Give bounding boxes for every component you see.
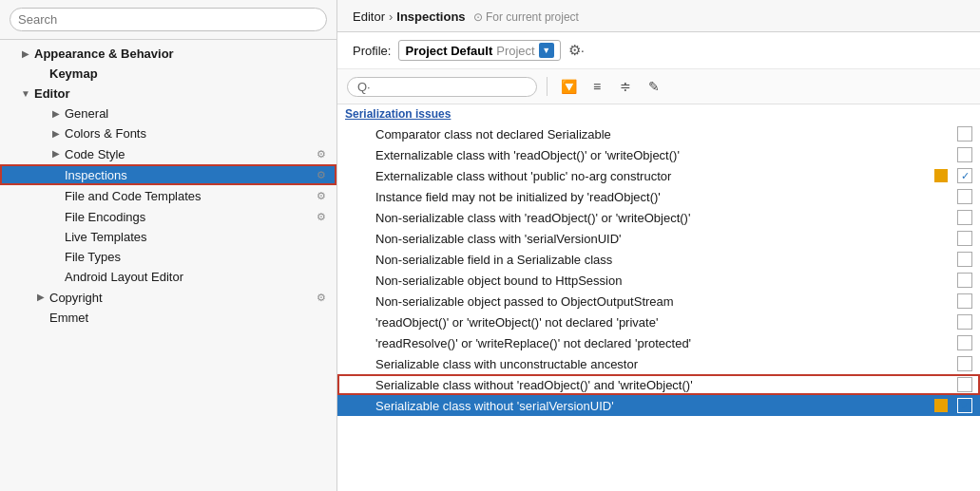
checkbox-serial-no-read-write[interactable] — [957, 377, 972, 392]
sidebar-item-copyright[interactable]: Copyright⚙ — [0, 287, 336, 308]
sidebar-item-inspections[interactable]: Inspections⚙ — [0, 164, 336, 185]
checkbox-non-serial-http[interactable] — [957, 273, 972, 288]
inspection-label-serial-no-version: Serializable class without 'serialVersio… — [375, 399, 934, 413]
toolbar-separator-1 — [547, 77, 548, 96]
inspection-label-serial-unconstructable: Serializable class with unconstructable … — [375, 357, 951, 371]
checkbox-read-write-private[interactable] — [957, 314, 972, 330]
inspection-row-read-write-private[interactable]: 'readObject()' or 'writeObject()' not de… — [337, 312, 980, 332]
arrow-editor — [19, 87, 32, 101]
sidebar-label-editor: Editor — [34, 86, 329, 101]
right-panel: Editor › Inspections ⊙ For current proje… — [337, 0, 980, 491]
inspection-label-non-serial-http: Non-serializable object bound to HttpSes… — [375, 274, 951, 288]
sidebar-item-general[interactable]: General — [0, 104, 336, 123]
sidebar-item-editor[interactable]: Editor — [0, 84, 336, 104]
sidebar-item-code-style[interactable]: Code Style⚙ — [0, 143, 336, 164]
sidebar-item-keymap[interactable]: Keymap — [0, 64, 336, 84]
inspection-row-non-serial-read-write[interactable]: Non-serializable class with 'readObject(… — [337, 207, 980, 228]
arrow-code-style — [49, 147, 63, 161]
sidebar-label-copyright: Copyright — [49, 291, 310, 305]
checkbox-serial-unconstructable[interactable] — [957, 356, 972, 371]
checkbox-instance-field[interactable] — [957, 189, 972, 204]
profile-dropdown-arrow[interactable] — [539, 43, 554, 58]
profile-label: Profile: — [353, 44, 391, 58]
inspection-row-instance-field[interactable]: Instance field may not be initialized by… — [337, 186, 980, 207]
expand-all-button[interactable]: ≡ — [586, 75, 608, 98]
inspection-search-bar[interactable]: Q· — [347, 77, 537, 97]
inspection-row-serial-no-read-write[interactable]: Serializable class without 'readObject()… — [337, 374, 980, 395]
sidebar-label-emmet: Emmet — [49, 311, 329, 325]
settings-icon-code-style: ⚙ — [314, 146, 329, 161]
breadcrumb-current: Inspections — [396, 9, 465, 24]
inspection-label-instance-field: Instance field may not be initialized by… — [375, 190, 951, 204]
sidebar-label-keymap: Keymap — [49, 66, 329, 81]
profile-dropdown[interactable]: Project Default Project — [398, 40, 560, 61]
inspection-list: Serialization issues Comparator class no… — [337, 104, 980, 491]
inspection-row-ext-no-constructor[interactable]: Externalizable class without 'public' no… — [337, 165, 980, 186]
sidebar-tree: Appearance & BehaviorKeymapEditorGeneral… — [0, 40, 336, 491]
sidebar-item-file-code-templates[interactable]: File and Code Templates⚙ — [0, 185, 336, 206]
search-toolbar: Q· 🔽 ≡ ≑ ✎ — [337, 69, 980, 104]
inspection-label-serial-no-read-write: Serializable class without 'readObject()… — [375, 378, 951, 392]
sidebar-label-inspections: Inspections — [65, 168, 310, 182]
sidebar-label-file-encodings: File Encodings — [65, 210, 310, 224]
main-container: Appearance & BehaviorKeymapEditorGeneral… — [0, 0, 980, 491]
inspection-row-serial-unconstructable[interactable]: Serializable class with unconstructable … — [337, 353, 980, 374]
inspection-row-read-resolve-protected[interactable]: 'readResolve()' or 'writeReplace()' not … — [337, 332, 980, 353]
color-indicator-serial-no-version — [934, 399, 948, 412]
checkbox-serial-no-version[interactable] — [957, 398, 972, 413]
checkbox-non-serial-uid[interactable] — [957, 231, 972, 246]
settings-icon-copyright: ⚙ — [314, 290, 329, 305]
checkbox-ext-no-constructor[interactable] — [957, 168, 972, 183]
sidebar-label-file-types: File Types — [65, 250, 329, 264]
inspection-label-ext-read-write: Externalizable class with 'readObject()'… — [375, 148, 951, 162]
arrow-general — [49, 107, 63, 121]
gear-settings-icon[interactable]: ⚙· — [568, 42, 585, 59]
checkbox-read-resolve-protected[interactable] — [957, 335, 972, 350]
panel-header: Editor › Inspections ⊙ For current proje… — [337, 0, 980, 32]
edit-button[interactable]: ✎ — [643, 75, 665, 98]
checkbox-non-serial-output[interactable] — [957, 293, 972, 309]
sidebar-item-appearance[interactable]: Appearance & Behavior — [0, 44, 336, 64]
inspection-label-read-resolve-protected: 'readResolve()' or 'writeReplace()' not … — [375, 336, 951, 350]
checkbox-non-serial-read-write[interactable] — [957, 210, 972, 225]
checkbox-non-serial-field[interactable] — [957, 252, 972, 267]
sidebar-item-live-templates[interactable]: Live Templates — [0, 227, 336, 247]
sidebar-label-colors-fonts: Colors & Fonts — [65, 126, 329, 141]
sidebar-label-android-layout-editor: Android Layout Editor — [65, 270, 329, 284]
inspection-row-comp-not-serial[interactable]: Comparator class not declared Serializab… — [337, 123, 980, 144]
inspection-label-comp-not-serial: Comparator class not declared Serializab… — [375, 127, 951, 142]
checkbox-ext-read-write[interactable] — [957, 147, 972, 162]
sidebar-label-live-templates: Live Templates — [65, 230, 329, 244]
section-header: Serialization issues — [337, 104, 980, 123]
filter-button[interactable]: 🔽 — [557, 75, 580, 98]
inspection-label-read-write-private: 'readObject()' or 'writeObject()' not de… — [375, 315, 951, 330]
color-indicator-ext-no-constructor — [934, 169, 948, 182]
checkbox-comp-not-serial[interactable] — [957, 126, 972, 142]
inspection-label-non-serial-uid: Non-serializable class with 'serialVersi… — [375, 232, 951, 246]
arrow-colors-fonts — [49, 127, 63, 141]
inspection-row-non-serial-field[interactable]: Non-serializable field in a Serializable… — [337, 249, 980, 270]
sidebar-label-appearance: Appearance & Behavior — [34, 47, 329, 61]
inspection-row-serial-no-version[interactable]: Serializable class without 'serialVersio… — [337, 395, 980, 416]
sidebar-item-file-encodings[interactable]: File Encodings⚙ — [0, 206, 336, 227]
inspection-label-ext-no-constructor: Externalizable class without 'public' no… — [375, 169, 934, 183]
collapse-all-button[interactable]: ≑ — [614, 75, 637, 98]
sidebar-label-code-style: Code Style — [65, 147, 310, 161]
arrow-appearance — [19, 47, 32, 61]
sidebar-item-file-types[interactable]: File Types — [0, 247, 336, 267]
sidebar-item-android-layout-editor[interactable]: Android Layout Editor — [0, 267, 336, 287]
settings-icon-file-encodings: ⚙ — [314, 209, 329, 224]
breadcrumb: Editor › Inspections ⊙ For current proje… — [353, 9, 579, 24]
sidebar-item-colors-fonts[interactable]: Colors & Fonts — [0, 123, 336, 143]
sidebar-item-emmet[interactable]: Emmet — [0, 308, 336, 328]
inspection-label-non-serial-output: Non-serializable object passed to Object… — [375, 294, 951, 309]
inspection-row-non-serial-uid[interactable]: Non-serializable class with 'serialVersi… — [337, 228, 980, 249]
breadcrumb-separator: › — [389, 9, 393, 24]
settings-icon-file-code-templates: ⚙ — [314, 188, 329, 203]
inspection-row-non-serial-http[interactable]: Non-serializable object bound to HttpSes… — [337, 270, 980, 291]
inspection-row-ext-read-write[interactable]: Externalizable class with 'readObject()'… — [337, 144, 980, 165]
sidebar-label-general: General — [65, 106, 329, 121]
sidebar-search-input[interactable] — [10, 8, 327, 31]
inspection-label-non-serial-read-write: Non-serializable class with 'readObject(… — [375, 211, 951, 225]
inspection-row-non-serial-output[interactable]: Non-serializable object passed to Object… — [337, 291, 980, 312]
